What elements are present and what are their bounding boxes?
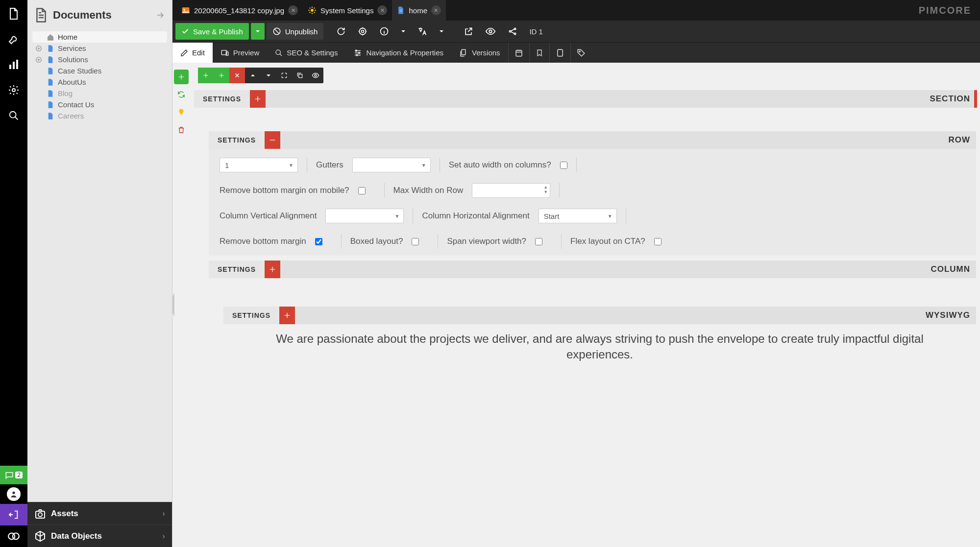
preview-eye-button[interactable] bbox=[480, 23, 501, 40]
tree-item-services[interactable]: Services bbox=[32, 43, 167, 54]
wysiwyg-expand-button[interactable] bbox=[279, 307, 295, 324]
wrench-icon[interactable] bbox=[6, 31, 22, 47]
block-expand-button[interactable] bbox=[276, 68, 292, 83]
sync-button[interactable] bbox=[174, 87, 189, 102]
doc-icon bbox=[46, 90, 55, 97]
block-copy-button[interactable] bbox=[292, 68, 308, 83]
document-tree: Home Services Solutions Case Studies Abo bbox=[27, 30, 172, 502]
sidebar-bottom-label: Data Objects bbox=[51, 531, 102, 541]
row-settings-tab[interactable]: SETTINGS bbox=[209, 131, 265, 149]
chevron-down-icon: ▼ bbox=[608, 214, 612, 219]
notifications-button[interactable]: 2 bbox=[0, 466, 27, 484]
button-label: Save & Publish bbox=[193, 27, 243, 36]
svg-point-3 bbox=[12, 89, 15, 92]
wysiwyg-content[interactable]: We are passionate about the projects we … bbox=[223, 324, 976, 363]
flex-cta-label: Flex layout on CTA? bbox=[570, 237, 645, 246]
bookmark-button[interactable] bbox=[530, 43, 549, 63]
chart-icon[interactable] bbox=[6, 57, 22, 72]
block-move-up-button[interactable] bbox=[245, 68, 261, 83]
subtab-versions[interactable]: Versions bbox=[451, 43, 508, 63]
add-block-button[interactable] bbox=[174, 70, 189, 84]
subtab-nav[interactable]: Navigation & Properties bbox=[345, 43, 451, 63]
flex-cta-checkbox[interactable] bbox=[654, 238, 662, 245]
tag-button[interactable] bbox=[571, 43, 591, 63]
open-external-button[interactable] bbox=[459, 23, 478, 40]
tree-item-home[interactable]: Home bbox=[32, 31, 167, 43]
max-width-input[interactable]: ▲▼ bbox=[472, 183, 550, 198]
share-button[interactable] bbox=[503, 23, 522, 40]
target-button[interactable] bbox=[353, 23, 372, 40]
idea-button[interactable] bbox=[174, 105, 189, 119]
tab-home[interactable]: home ✕ bbox=[392, 0, 446, 21]
sidebar-bottom-label: Assets bbox=[51, 509, 78, 519]
svg-point-34 bbox=[315, 74, 317, 76]
close-icon[interactable]: ✕ bbox=[288, 5, 298, 15]
block-add-button[interactable] bbox=[198, 68, 214, 83]
row-collapse-button[interactable] bbox=[265, 131, 280, 149]
file-icon[interactable] bbox=[6, 6, 22, 22]
unpublish-button[interactable]: Unpublish bbox=[267, 23, 324, 40]
sidebar-data-objects[interactable]: Data Objects › bbox=[27, 524, 172, 547]
column-expand-button[interactable] bbox=[265, 261, 280, 278]
reload-button[interactable] bbox=[331, 23, 351, 40]
section-settings-tab[interactable]: SETTINGS bbox=[194, 90, 250, 108]
logout-icon[interactable] bbox=[0, 504, 27, 525]
save-publish-dropdown[interactable] bbox=[251, 23, 265, 40]
block-remove-button[interactable] bbox=[229, 68, 245, 83]
tab-settings[interactable]: System Settings ✕ bbox=[303, 0, 392, 21]
gutters-select[interactable]: ▼ bbox=[352, 158, 431, 172]
close-icon[interactable]: ✕ bbox=[431, 5, 441, 15]
tab-image[interactable]: 20200605_143812 copy.jpg ✕ bbox=[176, 0, 303, 21]
check-icon bbox=[181, 27, 189, 35]
svg-point-25 bbox=[276, 50, 280, 54]
sidebar-assets[interactable]: Assets › bbox=[27, 502, 172, 524]
sidebar-collapse-arrow[interactable] bbox=[155, 10, 165, 20]
notes-button[interactable] bbox=[550, 43, 570, 63]
column-title: COLUMN bbox=[931, 264, 970, 274]
tree-item-careers[interactable]: Careers bbox=[32, 110, 167, 121]
column-settings-tab[interactable]: SETTINGS bbox=[209, 261, 265, 278]
info-button[interactable] bbox=[374, 23, 394, 40]
expand-icon[interactable] bbox=[35, 45, 43, 52]
tree-item-contact[interactable]: Contact Us bbox=[32, 99, 167, 110]
svg-point-21 bbox=[514, 28, 516, 29]
remove-bottom-margin-checkbox[interactable] bbox=[315, 238, 322, 245]
user-avatar[interactable] bbox=[0, 484, 27, 504]
sliders-icon bbox=[353, 48, 362, 57]
tree-item-aboutus[interactable]: AboutUs bbox=[32, 76, 167, 88]
editor: SETTINGS SECTION SETTINGS ROW bbox=[172, 63, 980, 547]
left-rail: 2 bbox=[0, 0, 27, 547]
subtab-preview[interactable]: Preview bbox=[213, 43, 267, 63]
save-publish-button[interactable]: Save & Publish bbox=[175, 23, 249, 40]
section-expand-button[interactable] bbox=[250, 90, 266, 108]
remove-margin-mobile-checkbox[interactable] bbox=[358, 187, 366, 194]
tree-item-blog[interactable]: Blog bbox=[32, 88, 167, 99]
schedule-button[interactable] bbox=[509, 43, 529, 63]
search-icon[interactable] bbox=[6, 108, 22, 123]
wysiwyg-settings-tab[interactable]: SETTINGS bbox=[223, 307, 279, 324]
close-icon[interactable]: ✕ bbox=[377, 5, 387, 15]
span-viewport-checkbox[interactable] bbox=[535, 238, 542, 245]
loop-icon[interactable] bbox=[0, 525, 27, 547]
block-add-button-2[interactable] bbox=[214, 68, 229, 83]
panel-collapse-handle[interactable] bbox=[172, 293, 174, 317]
boxed-checkbox[interactable] bbox=[412, 238, 419, 245]
col-valign-select[interactable]: ▼ bbox=[325, 209, 404, 223]
translate-button[interactable] bbox=[413, 23, 432, 40]
tree-item-solutions[interactable]: Solutions bbox=[32, 54, 167, 65]
columns-select[interactable]: 1 ▼ bbox=[220, 158, 298, 172]
auto-width-checkbox[interactable] bbox=[560, 162, 567, 169]
gear-icon[interactable] bbox=[6, 82, 22, 98]
canvas: SETTINGS SECTION SETTINGS ROW bbox=[190, 63, 980, 547]
trash-button[interactable] bbox=[174, 122, 189, 137]
subtab-edit[interactable]: Edit bbox=[172, 43, 213, 63]
block-move-down-button[interactable] bbox=[261, 68, 276, 83]
subtab-seo[interactable]: SEO & Settings bbox=[267, 43, 345, 63]
spinner-icon[interactable]: ▲▼ bbox=[543, 185, 548, 194]
block-preview-button[interactable] bbox=[308, 68, 323, 83]
expand-icon[interactable] bbox=[35, 56, 43, 63]
translate-dropdown[interactable] bbox=[434, 23, 449, 40]
tree-item-case-studies[interactable]: Case Studies bbox=[32, 65, 167, 76]
info-dropdown[interactable] bbox=[396, 23, 411, 40]
col-halign-select[interactable]: Start ▼ bbox=[539, 209, 617, 223]
